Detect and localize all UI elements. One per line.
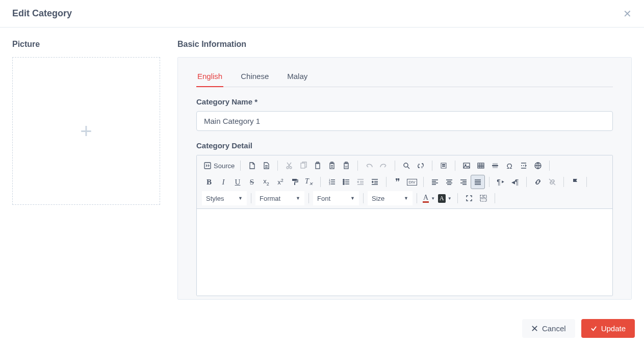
- paste-icon: [314, 162, 322, 170]
- chevron-down-icon: ▼: [238, 196, 243, 201]
- basic-info-label: Basic Information: [177, 40, 632, 49]
- svg-rect-21: [292, 179, 297, 181]
- paste-text-button[interactable]: [325, 158, 339, 173]
- link-button[interactable]: [531, 175, 545, 189]
- picture-upload-box[interactable]: +: [12, 57, 160, 205]
- subscript-button[interactable]: x2: [259, 175, 273, 189]
- align-justify-button[interactable]: [471, 175, 485, 189]
- bullet-list-button[interactable]: [339, 175, 353, 189]
- table-button[interactable]: [474, 158, 488, 173]
- paste-word-button[interactable]: W: [339, 158, 353, 173]
- undo-button[interactable]: [362, 158, 376, 173]
- bg-color-button[interactable]: A▼: [436, 191, 453, 205]
- cut-icon: [285, 162, 293, 170]
- font-dropdown[interactable]: Font ▼: [313, 191, 359, 205]
- svg-point-28: [343, 183, 344, 184]
- paste-button[interactable]: [311, 158, 325, 173]
- special-char-button[interactable]: Ω: [502, 158, 517, 173]
- cut-button[interactable]: [282, 158, 296, 173]
- tab-english[interactable]: English: [196, 68, 223, 87]
- underline-button[interactable]: U: [230, 175, 245, 189]
- paste-text-icon: [328, 162, 336, 170]
- align-right-button[interactable]: [456, 175, 471, 189]
- iframe-button[interactable]: [531, 158, 545, 173]
- strike-button[interactable]: S: [245, 175, 259, 189]
- chevron-down-icon: ▼: [296, 196, 300, 201]
- blockquote-button[interactable]: ❞: [391, 175, 405, 189]
- update-button[interactable]: Update: [581, 319, 635, 338]
- svg-rect-30: [484, 195, 486, 198]
- replace-icon: ab: [417, 162, 425, 170]
- copy-formatting-button[interactable]: [288, 175, 302, 189]
- page-break-icon: [520, 162, 528, 170]
- size-dropdown[interactable]: Size ▼: [368, 191, 413, 205]
- format-dropdown[interactable]: Format ▼: [255, 191, 304, 205]
- paint-roller-icon: [291, 178, 299, 186]
- superscript-button[interactable]: x2: [273, 175, 288, 189]
- text-color-button[interactable]: A▼: [421, 191, 436, 205]
- outdent-button[interactable]: [353, 175, 368, 189]
- copy-button[interactable]: [296, 158, 311, 173]
- editor-content-area[interactable]: [197, 209, 612, 296]
- tab-chinese[interactable]: Chinese: [240, 68, 270, 87]
- redo-button[interactable]: [376, 158, 391, 173]
- category-name-input[interactable]: [196, 111, 613, 131]
- align-left-button[interactable]: [428, 175, 442, 189]
- find-button[interactable]: [399, 158, 414, 173]
- redo-icon: [379, 162, 388, 170]
- align-center-button[interactable]: [442, 175, 456, 189]
- show-blocks-button[interactable]: [476, 191, 491, 205]
- remove-format-icon: T✕: [305, 177, 313, 187]
- svg-point-2: [290, 167, 292, 169]
- basic-info-section: Basic Information English Chinese Malay …: [177, 40, 632, 300]
- remove-format-button[interactable]: T✕: [302, 175, 316, 189]
- category-name-label: Category Name *: [196, 97, 613, 106]
- numbered-list-icon: 123: [328, 178, 336, 186]
- svg-point-27: [343, 181, 344, 182]
- svg-rect-15: [442, 164, 445, 165]
- svg-rect-16: [442, 166, 445, 167]
- editor-toolbar: Source: [197, 155, 612, 209]
- source-button[interactable]: Source: [202, 158, 236, 173]
- new-page-button[interactable]: [245, 158, 259, 173]
- chevron-down-icon: ▼: [404, 196, 408, 201]
- svg-rect-19: [478, 163, 484, 168]
- div-icon: DIV: [407, 179, 417, 185]
- svg-rect-31: [480, 199, 486, 201]
- styles-dropdown[interactable]: Styles ▼: [202, 191, 247, 205]
- indent-button[interactable]: [368, 175, 382, 189]
- text-color-icon: A▼: [423, 194, 435, 203]
- link-icon: [534, 178, 542, 186]
- maximize-icon: [465, 194, 473, 202]
- plus-icon: +: [80, 121, 92, 141]
- svg-point-11: [404, 163, 408, 167]
- svg-point-1: [287, 167, 289, 169]
- page-break-button[interactable]: [517, 158, 531, 173]
- bold-button[interactable]: B: [202, 175, 216, 189]
- close-button[interactable]: ✕: [623, 9, 632, 19]
- anchor-button[interactable]: [568, 175, 582, 189]
- close-icon: ✕: [623, 8, 632, 19]
- div-container-button[interactable]: DIV: [405, 175, 419, 189]
- select-all-button[interactable]: [436, 158, 451, 173]
- cancel-button[interactable]: Cancel: [522, 319, 575, 338]
- italic-button[interactable]: I: [216, 175, 230, 189]
- basic-info-panel[interactable]: English Chinese Malay Category Name * Ca…: [177, 57, 632, 300]
- replace-button[interactable]: ab: [414, 158, 428, 173]
- tab-malay[interactable]: Malay: [286, 68, 308, 87]
- horizontal-rule-button[interactable]: [488, 158, 502, 173]
- modal-footer: Cancel Update: [0, 312, 644, 345]
- maximize-button[interactable]: [462, 191, 476, 205]
- image-button[interactable]: [459, 158, 474, 173]
- new-page-icon: [248, 162, 256, 170]
- numbered-list-button[interactable]: 123: [325, 175, 339, 189]
- unlink-button[interactable]: [545, 175, 559, 189]
- svg-rect-29: [480, 195, 483, 198]
- ltr-button[interactable]: ¶‣: [494, 175, 508, 189]
- category-detail-label: Category Detail: [196, 141, 613, 150]
- align-center-icon: [445, 178, 453, 186]
- check-icon: [590, 325, 597, 332]
- templates-button[interactable]: [259, 158, 273, 173]
- picture-section: Picture +: [12, 40, 165, 300]
- rtl-button[interactable]: ◂¶: [508, 175, 522, 189]
